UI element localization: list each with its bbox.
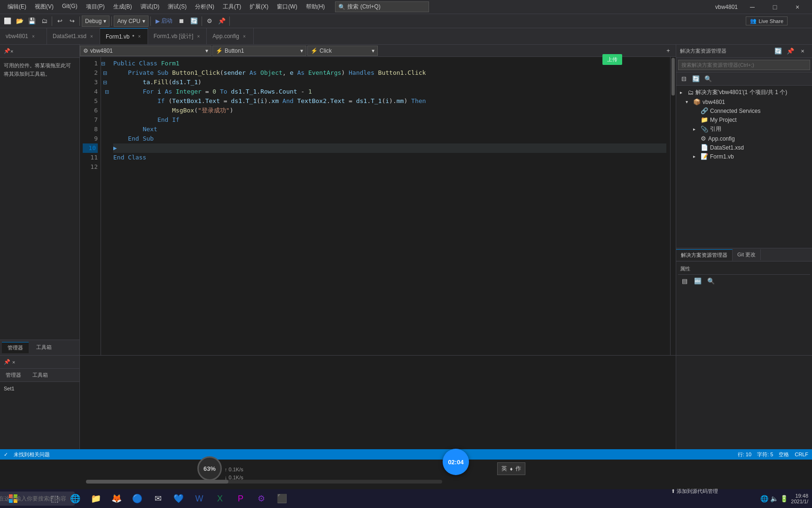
code-content[interactable]: Public Class Form1 Private Sub Button1_C… [109, 57, 670, 355]
tab-close-dataset1[interactable]: × [89, 33, 94, 40]
taskbar-task-view[interactable]: ⬚ [45, 489, 64, 508]
toolbar-breakpoints[interactable]: ⚙ [204, 16, 215, 27]
menu-build[interactable]: 生成(B) [109, 2, 136, 12]
add-source-icon: ⬆ [671, 488, 675, 494]
toolbar-open[interactable]: 📂 [14, 16, 25, 27]
sol-refresh[interactable]: 🔄 [690, 73, 702, 85]
taskbar-word[interactable]: W [190, 489, 209, 508]
bottom-tab-toolbox[interactable]: 工具箱 [31, 342, 57, 353]
add-event-handler[interactable]: + [663, 45, 674, 56]
taskbar-vs[interactable]: ⚙ [252, 489, 271, 508]
start-button[interactable]: ▶ ▶ 启动 启动 [153, 16, 175, 26]
menu-window[interactable]: 窗口(W) [273, 2, 301, 12]
vertical-scrollbar[interactable] [670, 57, 676, 355]
tree-project[interactable]: ▾ 📦 vbw4801 [676, 97, 812, 106]
clock-time: 19:48 [791, 493, 808, 499]
method-dropdown[interactable]: ⚡ Button1 ▾ [212, 46, 306, 56]
tab-close-form1[interactable]: × [137, 33, 142, 40]
toolbar-save[interactable]: 💾 [26, 16, 38, 27]
tree-references[interactable]: ▸ 📎 引用 [676, 124, 812, 134]
bottom-tab-manager[interactable]: 管理器 [2, 342, 29, 353]
taskbar-mail[interactable]: ✉ [148, 489, 167, 508]
taskbar-excel[interactable]: X [211, 489, 229, 508]
tab-manager[interactable]: 管理器 [0, 370, 27, 381]
tab-close-appconfig[interactable]: × [242, 33, 247, 40]
menu-debug[interactable]: 调试(D) [137, 2, 164, 12]
prop-search[interactable]: 🔍 [705, 275, 717, 286]
debug-config-dropdown[interactable]: Debug ▾ [82, 16, 109, 27]
toolbar-attach[interactable]: 📌 [216, 16, 227, 27]
ime-indicator[interactable]: 英 ♦ 作 [497, 462, 525, 475]
menu-analyze[interactable]: 分析(N) [191, 2, 218, 12]
global-search[interactable]: 🔍 搜索 (Ctrl+Q) [335, 1, 429, 12]
solution-root[interactable]: ▸ 🗂 解决方案'vbw4801'(1 个项目/共 1 个) [676, 87, 812, 97]
live-share-button[interactable]: 👥 Live Share [746, 16, 788, 25]
platform-dropdown[interactable]: Any CPU ▾ [114, 16, 148, 27]
maximize-button[interactable]: □ [764, 0, 786, 14]
menu-bar[interactable]: 编辑(E) 视图(V) Git(G) 项目(P) 生成(B) 调试(D) 测试(… [4, 2, 328, 12]
tab-form1designer[interactable]: Form1.vb [设计] × [148, 28, 207, 44]
menu-test[interactable]: 测试(S) [164, 2, 190, 12]
tab-close-form1designer[interactable]: × [196, 33, 201, 40]
close-button[interactable]: × [787, 0, 808, 14]
left-panel-pin[interactable]: 📌 [4, 48, 10, 54]
menu-git[interactable]: Git(G) [58, 2, 81, 12]
taskbar-explorer[interactable]: 📁 [86, 489, 105, 508]
tree-form1[interactable]: ▸ 📝 Form1.vb [676, 152, 812, 161]
toolbar-new[interactable]: ⬜ [2, 16, 13, 27]
tab-appconfig[interactable]: App.config × [207, 28, 254, 44]
taskbar-chrome[interactable]: 🔵 [128, 489, 147, 508]
prop-category[interactable]: ▤ [679, 275, 690, 286]
tab-solution-explorer[interactable]: 解决方案资源管理器 [676, 249, 733, 261]
bottom-main [80, 356, 676, 449]
taskbar-firefox[interactable]: 🦊 [107, 489, 126, 508]
chevron-down-icon-2: ▾ [142, 18, 145, 24]
tab-dataset1[interactable]: DataSet1.xsd × [47, 28, 100, 44]
class-dropdown[interactable]: ⚙ vbw4801 ▾ [80, 46, 211, 56]
menu-view[interactable]: 视图(V) [31, 2, 57, 12]
event-dropdown[interactable]: ⚡ Click ▾ [307, 46, 378, 56]
menu-help[interactable]: 帮助(H) [302, 2, 329, 12]
code-line-10[interactable]: ▶ [113, 143, 666, 153]
window-controls[interactable]: ─ □ × [742, 0, 808, 14]
tab-git-changes[interactable]: Git 更改 [733, 249, 761, 260]
tab-vbw4801[interactable]: vbw4801 × [0, 28, 47, 44]
sol-filter[interactable]: 🔍 [703, 73, 714, 85]
toolbar-undo[interactable]: ↩ [54, 16, 65, 27]
tab-form1vb[interactable]: Form1.vb * × [100, 28, 148, 44]
solution-sync-btn[interactable]: 🔄 [773, 46, 784, 57]
add-source-control[interactable]: ⬆ 添加到源代码管理 [671, 488, 718, 495]
menu-tools[interactable]: 工具(T) [219, 2, 245, 12]
upload-button[interactable]: 上传 [602, 54, 622, 65]
menu-edit[interactable]: 编辑(E) [4, 2, 30, 12]
toolbar-restart[interactable]: 🔄 [188, 16, 200, 27]
tree-my-project[interactable]: 📁 My Project [676, 115, 812, 124]
toolbar-redo[interactable]: ↪ [66, 16, 78, 27]
left-panel-content: 可用的控件。将某项拖至此可将其添加到工具箱。 [0, 58, 79, 340]
tab-close-vbw4801[interactable]: × [31, 33, 36, 40]
taskbar-app1[interactable]: 💙 [169, 489, 188, 508]
menu-extensions[interactable]: 扩展(X) [246, 2, 272, 12]
taskbar-search-area[interactable] [24, 489, 43, 508]
solution-search-input[interactable] [678, 60, 810, 70]
tree-appconfig[interactable]: ⚙ App.config [676, 134, 812, 143]
taskbar-cmd[interactable]: ⬛ [273, 489, 291, 508]
toolbar-stop[interactable]: ⏹ [176, 16, 187, 27]
taskbar-app2[interactable]: P [231, 489, 250, 508]
solution-pin-btn[interactable]: 📌 [785, 46, 796, 57]
tree-dataset1[interactable]: 📄 DataSet1.xsd [676, 143, 812, 152]
left-panel-close[interactable]: × [10, 48, 13, 54]
tab-toolbox[interactable]: 工具箱 [27, 370, 54, 381]
bottom-left-pin[interactable]: 📌 [4, 359, 10, 365]
prop-alpha[interactable]: 🔤 [692, 275, 703, 286]
tree-connected-services[interactable]: 🔗 Connected Services [676, 106, 812, 115]
taskbar-edge[interactable]: 🌐 [66, 489, 85, 508]
solution-close-btn[interactable]: × [797, 46, 808, 57]
right-panel: 解决方案资源管理器 🔄 📌 × ⊟ 🔄 🔍 ▸ 🗂 解决方案'vbw4801'(… [676, 45, 812, 355]
sol-collapse-all[interactable]: ⊟ [678, 73, 689, 85]
code-line-8: Next [113, 125, 666, 134]
bottom-left-close[interactable]: × [12, 359, 15, 365]
minimize-button[interactable]: ─ [742, 0, 763, 14]
toolbar-saveall[interactable]: 🗂 [39, 16, 50, 27]
menu-project[interactable]: 项目(P) [82, 2, 109, 12]
